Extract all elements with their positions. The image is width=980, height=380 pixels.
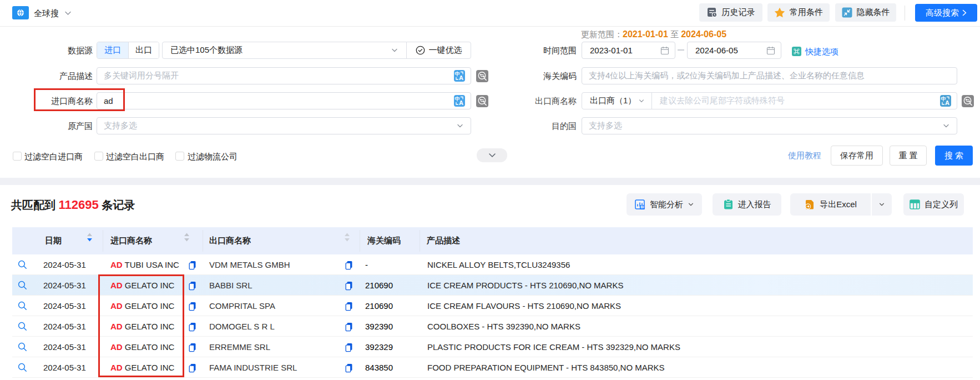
svg-text:A: A <box>459 99 463 106</box>
svg-text:A: A <box>459 74 463 81</box>
svg-text:A: A <box>945 99 949 106</box>
svg-text:BI: BI <box>640 205 644 209</box>
